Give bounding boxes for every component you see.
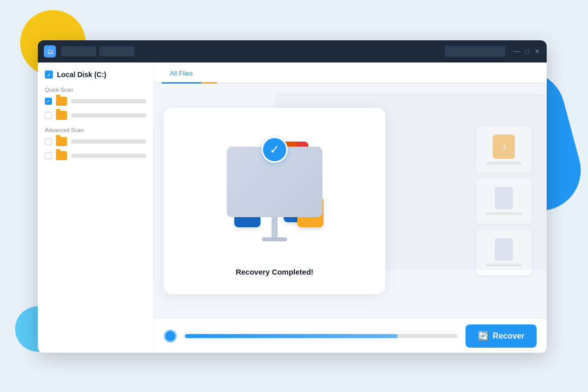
folder-icon-3 [56,137,67,146]
bottom-bar: 🔄 Recover [154,318,547,353]
scan-bar-1 [71,99,146,103]
drive-name: Local Disk (C:) [57,71,106,79]
progress-fill [185,334,398,338]
quick-scan-checkbox-1[interactable] [45,98,52,105]
close-button[interactable]: ✕ [534,48,541,55]
titlebar-tab-2 [99,46,135,56]
monitor-body: ✓ [227,147,322,217]
progress-dot [164,330,177,343]
titlebar-tab-1 [61,46,96,56]
minimize-button[interactable]: — [513,48,520,55]
quick-scan-item-2 [45,111,146,120]
quick-scan-checkbox-2[interactable] [45,112,52,119]
scan-bar-2 [71,113,146,117]
main-window: 🗂 — □ ✕ ✓ Local Disk (C:) Quick Scan [38,40,547,353]
window-controls: — □ ✕ [445,46,541,57]
titlebar-tabs [61,46,135,56]
quick-scan-item-1 [45,97,146,106]
folder-icon-4 [56,151,67,160]
app-icon: 🗂 [44,45,56,57]
monitor-base [262,237,287,241]
scan-bar-3 [71,140,146,144]
sidebar: ✓ Local Disk (C:) Quick Scan Advanced Sc… [38,62,154,353]
folder-icon-2 [56,111,67,120]
recovery-completed-text: Recovery Completed! [236,268,313,276]
titlebar-search-bar [445,46,505,57]
advanced-scan-item-2 [45,151,146,160]
check-circle: ✓ [262,137,288,163]
scan-bar-4 [71,154,146,158]
advanced-scan-item-1 [45,137,146,146]
advanced-scan-label: Advanced Scan [45,127,146,133]
recover-icon: 🔄 [478,331,489,342]
drive-checkbox[interactable]: ✓ [45,71,53,79]
recovery-card: A P [164,108,385,294]
recover-button[interactable]: 🔄 Recover [466,324,537,348]
drive-label: ✓ Local Disk (C:) [45,71,146,79]
recover-label: Recover [493,332,525,341]
monitor-illustration: A P [209,126,340,237]
content-area: ✓ Local Disk (C:) Quick Scan Advanced Sc… [38,62,547,353]
advanced-scan-checkbox-2[interactable] [45,152,52,159]
titlebar: 🗂 — □ ✕ [38,40,547,62]
progress-track [185,334,458,338]
recovery-area: A P [154,84,547,318]
tab-all-files[interactable]: All Files [162,64,201,84]
folder-icon-1 [56,97,67,106]
main-panel: All Files A [154,62,547,353]
maximize-button[interactable]: □ [524,48,531,55]
tabs-bar: All Files [154,62,547,84]
advanced-scan-checkbox-1[interactable] [45,138,52,145]
quick-scan-label: Quick Scan [45,87,146,93]
tab-second[interactable] [201,64,217,84]
monitor-stand [272,217,278,237]
